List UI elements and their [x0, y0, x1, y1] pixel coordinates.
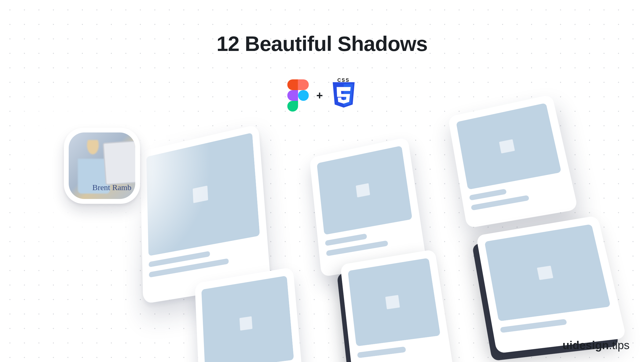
- text-line: [325, 233, 367, 246]
- logo-row: + CSS: [287, 78, 357, 113]
- svg-point-0: [298, 90, 309, 101]
- image-placeholder: [317, 146, 412, 235]
- css3-icon: CSS: [330, 78, 357, 113]
- image-placeholder: [146, 133, 260, 256]
- text-line: [500, 319, 567, 333]
- shadow-card: [340, 249, 454, 362]
- page-title: 12 Beautiful Shadows: [217, 32, 427, 56]
- image-placeholder: [201, 276, 294, 362]
- text-line: [357, 346, 406, 358]
- avatar-overlay-text: Brent Ramb: [92, 183, 131, 192]
- image-placeholder: [484, 224, 610, 322]
- image-placeholder: [456, 103, 562, 190]
- shadow-card: [448, 94, 578, 228]
- text-line: [469, 189, 507, 201]
- watermark-light: .tips: [609, 339, 630, 352]
- avatar-image: Brent Ramb: [69, 132, 135, 199]
- avatar: Brent Ramb: [64, 128, 140, 204]
- shadow-card: [476, 215, 626, 353]
- watermark: uidesign.tips: [562, 339, 630, 352]
- figma-icon: [287, 79, 309, 112]
- shadow-card: [195, 267, 305, 362]
- watermark-bold: uidesign: [562, 339, 609, 352]
- plus-icon: +: [316, 89, 323, 102]
- image-placeholder: [348, 258, 441, 346]
